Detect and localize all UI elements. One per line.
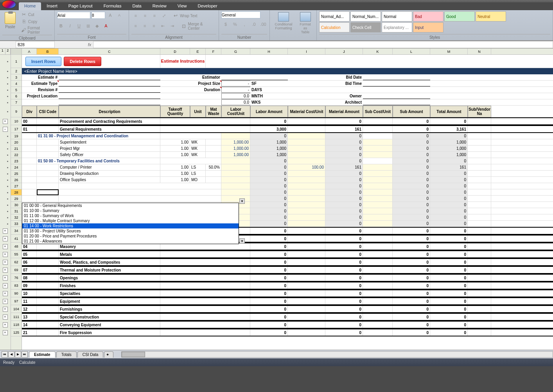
item-mat-cost[interactable] — [288, 139, 325, 145]
cell[interactable] — [288, 126, 325, 132]
outline-expand-button[interactable]: + — [3, 330, 8, 335]
outline-expand-button[interactable]: + — [3, 252, 8, 257]
section-mat-amt[interactable]: 0 — [325, 314, 363, 320]
cell[interactable]: 0 — [393, 228, 430, 234]
section-div[interactable]: 00 — [22, 118, 37, 124]
cell[interactable] — [59, 183, 221, 189]
row-header-3[interactable]: 3 — [11, 74, 22, 81]
section-sub-amt[interactable]: 0 — [393, 290, 430, 297]
label-bid-time[interactable]: Bid Time — [325, 81, 363, 86]
cell[interactable] — [37, 314, 59, 320]
section-labor-amt[interactable]: 0 — [250, 118, 288, 124]
section-labor-amt[interactable]: 0 — [250, 314, 288, 320]
table-header[interactable]: Labor Amount — [250, 106, 288, 117]
cell[interactable]: 0 — [250, 158, 288, 164]
cell[interactable] — [160, 87, 190, 93]
cell[interactable] — [363, 133, 393, 139]
orientation-button[interactable]: ⤢ — [160, 11, 168, 20]
dropdown-scroll-down-icon[interactable]: ▼ — [239, 238, 245, 244]
item-total[interactable]: 1,000 — [430, 152, 468, 158]
col-header-I[interactable]: I — [288, 49, 325, 54]
item-waste[interactable] — [206, 139, 221, 145]
cell[interactable]: 0 — [393, 202, 430, 208]
section-mat-amt[interactable]: 0 — [325, 290, 363, 297]
outline-expand-button[interactable]: + — [3, 244, 8, 249]
style-cell[interactable]: Normal_Ad... — [319, 11, 350, 22]
row-header-32[interactable]: 32 — [11, 214, 22, 221]
item-mat-cost[interactable] — [288, 177, 325, 183]
cell[interactable] — [288, 189, 325, 195]
office-button[interactable] — [2, 0, 16, 9]
section-labor-amt[interactable]: 0 — [250, 267, 288, 273]
section-sub-amt[interactable]: 0 — [393, 322, 430, 328]
item-sub-amt[interactable]: 0 — [393, 152, 430, 158]
cell[interactable] — [59, 99, 160, 105]
decrease-decimal-button[interactable]: .00 — [259, 20, 268, 29]
table-header[interactable]: Takeoff Quantity — [160, 106, 190, 117]
cell[interactable]: 0 — [430, 208, 468, 214]
cell[interactable] — [221, 196, 250, 201]
item-sub-amt[interactable]: 0 — [393, 177, 430, 183]
cell[interactable]: 0 — [250, 202, 288, 208]
section-mat-amt[interactable]: 0 — [325, 267, 363, 273]
cell[interactable] — [363, 282, 393, 289]
item-sub-amt[interactable]: 0 — [393, 164, 430, 170]
section-div[interactable]: 21 — [22, 329, 37, 336]
cell[interactable] — [468, 152, 491, 158]
item-labor-cost[interactable]: 1,000.00 — [221, 152, 250, 158]
field-wks[interactable]: 0.0 — [221, 99, 250, 105]
cell[interactable] — [468, 251, 491, 257]
label-owner[interactable]: Owner — [325, 93, 363, 99]
item-sub-amt[interactable]: 0 — [393, 146, 430, 151]
item-sub-cost[interactable] — [363, 164, 393, 170]
cell[interactable] — [468, 177, 491, 183]
horizontal-scrollbar[interactable] — [121, 351, 553, 358]
section-desc[interactable]: Openings — [59, 275, 160, 281]
cell[interactable] — [22, 164, 37, 170]
col-header-K[interactable]: K — [363, 49, 393, 54]
section-desc[interactable]: Equipment — [59, 298, 160, 304]
section-total[interactable]: 0 — [430, 306, 468, 312]
cell[interactable] — [22, 99, 59, 105]
item-labor-cost[interactable]: 1,000.00 — [221, 139, 250, 145]
section-mat-amt[interactable]: 0 — [325, 251, 363, 257]
item-waste[interactable]: 50.0% — [206, 164, 221, 170]
item-mat-amt[interactable]: 0 — [325, 171, 363, 176]
cell[interactable] — [363, 221, 393, 227]
label-revision-num[interactable]: Revision # — [22, 87, 59, 93]
item-mat-amt[interactable]: 0 — [325, 139, 363, 145]
item-qty[interactable]: 1.00 — [160, 164, 190, 170]
row-header-6[interactable]: 6 — [11, 93, 22, 99]
cell[interactable] — [22, 152, 37, 158]
item-sub-cost[interactable] — [363, 139, 393, 145]
row-header-17[interactable]: 17 — [11, 125, 22, 133]
cell[interactable] — [363, 126, 393, 132]
section-total[interactable]: 0 — [430, 259, 468, 265]
label-estimate-type[interactable]: Estimate Type — [22, 81, 59, 86]
cell[interactable] — [160, 74, 190, 80]
row-header-1[interactable]: 1 — [11, 55, 22, 68]
col-header-E[interactable]: E — [190, 49, 206, 54]
item-sub-cost[interactable] — [363, 177, 393, 183]
section-sub-amt[interactable]: 0 — [393, 329, 430, 336]
outline-expand-button[interactable]: + — [3, 315, 8, 320]
item-unit[interactable]: MO — [190, 177, 206, 183]
section-total[interactable]: 0 — [430, 251, 468, 257]
cell[interactable] — [160, 267, 250, 273]
style-cell[interactable]: Input — [413, 22, 443, 32]
cell[interactable] — [288, 93, 325, 99]
cell[interactable] — [468, 329, 491, 336]
dropdown-item[interactable]: 01 10 00 - Summary — [22, 208, 239, 213]
cell[interactable] — [160, 251, 250, 257]
sheet-nav-first[interactable]: ⏮ — [2, 351, 8, 358]
cell[interactable] — [37, 298, 59, 304]
section-div[interactable]: 04 — [22, 243, 37, 250]
outline-level-1[interactable]: 1 — [0, 49, 5, 54]
cell[interactable]: 0 — [393, 133, 430, 139]
merge-center-button[interactable]: ⊡Merge & Center — [180, 22, 216, 31]
row-header-4[interactable]: 4 — [11, 81, 22, 87]
col-header-M[interactable]: M — [430, 49, 468, 54]
style-cell[interactable]: Neutral — [476, 11, 506, 22]
currency-button[interactable]: $ — [221, 20, 230, 29]
field-estimator[interactable] — [221, 74, 288, 80]
